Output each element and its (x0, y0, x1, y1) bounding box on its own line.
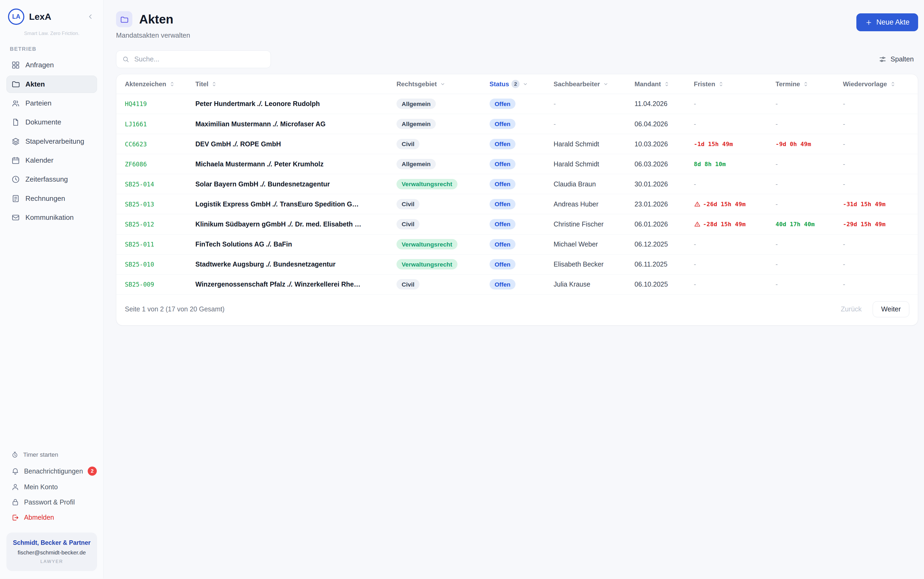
mandant-date: 06.03.2026 (629, 154, 688, 174)
wiedervorlage-cell: - (838, 94, 918, 114)
fristen-cell: - (688, 254, 770, 274)
table-header-row: AktenzeichenTitelRechtsgebietStatus2Sach… (116, 74, 918, 94)
sidebar-item-zeiterfassung[interactable]: Zeiterfassung (7, 171, 97, 188)
sidebar-item-parteien[interactable]: Parteien (7, 95, 97, 112)
countdown-value: 40d 17h 40m (776, 221, 815, 227)
sidebar-item-passwort-profil[interactable]: Passwort & Profil (7, 495, 97, 510)
app-tagline: Smart Law. Zero Friction. (7, 31, 97, 36)
plus-icon (865, 19, 873, 26)
sidebar-item-dokumente[interactable]: Dokumente (7, 113, 97, 131)
sidebar-item-label: Dokumente (25, 118, 61, 126)
sidebar-item-kalender[interactable]: Kalender (7, 152, 97, 169)
fristen-cell: -1d 15h 49m (688, 134, 770, 154)
column-header-mandant[interactable]: Mandant (629, 74, 688, 94)
brand: LA LexA (7, 8, 97, 25)
user-icon (11, 483, 19, 491)
sort-icon (890, 81, 896, 88)
pagination-summary: Seite 1 von 2 (17 von 20 Gesamt) (125, 305, 225, 313)
bell-icon (11, 467, 19, 475)
neue-akte-button[interactable]: Neue Akte (857, 13, 918, 31)
sidebar-item-rechnungen[interactable]: Rechnungen (7, 190, 97, 207)
page-subtitle: Mandatsakten verwalten (116, 31, 190, 39)
sidebar-item-akten[interactable]: Akten (7, 75, 97, 93)
status-badge: Offen (489, 219, 516, 229)
column-label: Sachbearbeiter (554, 80, 600, 88)
fristen-cell: -26d 15h 49m (688, 194, 770, 214)
main-content: Akten Mandatsakten verwalten Neue Akte S… (104, 0, 924, 579)
column-header-titel[interactable]: Titel (190, 74, 391, 94)
termine-cell: - (770, 94, 838, 114)
page-header: Akten Mandatsakten verwalten Neue Akte (116, 11, 918, 39)
sidebar-item-label: Timer starten (23, 451, 58, 458)
sidebar-item-stapelverarbeitung[interactable]: Stapelverarbeitung (7, 133, 97, 150)
column-header-rechtsgebiet[interactable]: Rechtsgebiet (391, 74, 484, 94)
chevron-down-icon (439, 81, 446, 88)
akte-title: Stadtwerke Augsburg ./. Bundesnetzagentu… (195, 260, 336, 268)
akte-row-lj1661[interactable]: LJ1661Maximilian Mustermann ./. Microfas… (116, 114, 918, 134)
column-header-termine[interactable]: Termine (770, 74, 838, 94)
termine-cell: - (770, 234, 838, 254)
akte-row-zf6086[interactable]: ZF6086Michaela Mustermann ./. Peter Krum… (116, 154, 918, 174)
termine-cell: - (770, 274, 838, 294)
sidebar-item-benachrichtigungen[interactable]: Benachrichtigungen2 (7, 463, 97, 479)
akte-row-hq4119[interactable]: HQ4119Peter Hundertmark ./. Leonore Rudo… (116, 94, 918, 114)
termine-cell: -9d 0h 49m (770, 134, 838, 154)
countdown-value: -29d 15h 49m (843, 221, 886, 227)
akte-row-sb25-009[interactable]: SB25-009Winzergenossenschaft Pfalz ./. W… (116, 274, 918, 294)
prev-page-button[interactable]: Zurück (834, 301, 868, 317)
sachbearbeiter: - (548, 94, 629, 114)
sidebar-item-timer-starten[interactable]: Timer starten (7, 448, 97, 463)
wiedervorlage-cell: - (838, 114, 918, 134)
column-header-fristen[interactable]: Fristen (688, 74, 770, 94)
empty-value: - (843, 120, 845, 128)
spalten-button[interactable]: Spalten (874, 52, 918, 67)
account-card[interactable]: Schmidt, Becker & Partner fischer@schmid… (7, 533, 97, 571)
mandant-date: 30.01.2026 (629, 174, 688, 194)
aktenzeichen: LJ1661 (125, 121, 147, 128)
status-badge: Offen (489, 119, 516, 129)
akte-title: Solar Bayern GmbH ./. Bundesnetzagentur (195, 180, 330, 188)
search-input[interactable] (116, 51, 271, 68)
sidebar-item-abmelden[interactable]: Abmelden (7, 510, 97, 525)
akte-title: Klinikum Südbayern gGmbH ./. Dr. med. El… (195, 220, 361, 228)
sidebar-item-mein-konto[interactable]: Mein Konto (7, 479, 97, 495)
empty-value: - (694, 100, 696, 107)
sidebar-collapse-button[interactable] (85, 12, 95, 21)
rechtsgebiet-badge: Allgemein (397, 98, 436, 109)
columns-icon (878, 55, 886, 63)
akte-title: DEV GmbH ./. ROPE GmbH (195, 140, 281, 148)
countdown-value: -31d 15h 49m (843, 201, 886, 208)
sidebar-top: LA LexA Smart Law. Zero Friction. BETRIE… (7, 8, 97, 228)
akte-title: Winzergenossenschaft Pfalz ./. Winzerkel… (195, 280, 361, 288)
akte-title: Peter Hundertmark ./. Leonore Rudolph (195, 100, 320, 107)
status-badge: Offen (489, 279, 516, 290)
empty-value: - (843, 260, 845, 268)
next-page-button[interactable]: Weiter (873, 301, 909, 317)
sidebar-item-kommunikation[interactable]: Kommunikation (7, 209, 97, 226)
pagination-buttons: Zurück Weiter (834, 301, 909, 317)
column-header-wiedervorlage[interactable]: Wiedervorlage (838, 74, 918, 94)
sidebar-item-label: Mein Konto (24, 483, 58, 491)
logo-initials: LA (12, 13, 20, 20)
column-header-sachbearbeiter[interactable]: Sachbearbeiter (548, 74, 629, 94)
akte-row-cc6623[interactable]: CC6623DEV GmbH ./. ROPE GmbHCivilOffenHa… (116, 134, 918, 154)
layers-icon (11, 137, 20, 146)
akte-row-sb25-013[interactable]: SB25-013Logistik Express GmbH ./. TransE… (116, 194, 918, 214)
akte-row-sb25-011[interactable]: SB25-011FinTech Solutions AG ./. BaFinVe… (116, 234, 918, 254)
empty-value: - (776, 260, 778, 268)
sachbearbeiter: Michael Weber (548, 234, 629, 254)
sidebar-item-anfragen[interactable]: Anfragen (7, 56, 97, 74)
akte-row-sb25-010[interactable]: SB25-010Stadtwerke Augsburg ./. Bundesne… (116, 254, 918, 274)
notification-count-badge: 2 (88, 466, 97, 476)
sidebar-item-label: Abmelden (24, 514, 54, 521)
column-header-status[interactable]: Status2 (484, 74, 548, 94)
akte-row-sb25-012[interactable]: SB25-012Klinikum Südbayern gGmbH ./. Dr.… (116, 214, 918, 234)
column-label: Status (489, 80, 509, 88)
column-header-aktenzeichen[interactable]: Aktenzeichen (116, 74, 190, 94)
search-icon (122, 56, 130, 63)
akte-row-sb25-014[interactable]: SB25-014Solar Bayern GmbH ./. Bundesnetz… (116, 174, 918, 194)
column-label: Rechtsgebiet (397, 80, 437, 88)
mandant-date: 10.03.2026 (629, 134, 688, 154)
akte-title: Maximilian Mustermann ./. Microfaser AG (195, 120, 326, 128)
status-badge: Offen (489, 239, 516, 249)
